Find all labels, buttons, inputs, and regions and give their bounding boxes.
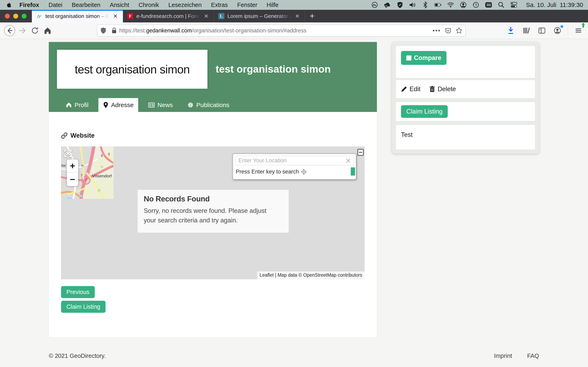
window-minimize-button[interactable] (13, 14, 18, 18)
browser-tab-2[interactable]: F e-fundresearch.com | Fondsana ✕ (123, 10, 214, 22)
compare-card: Compare (396, 46, 535, 78)
touchbar-icon[interactable] (485, 1, 492, 8)
menu-bearbeiten[interactable]: Bearbeiten (67, 2, 105, 8)
previous-button[interactable]: Previous (61, 286, 95, 298)
tab-close-icon[interactable]: ✕ (294, 13, 301, 20)
delete-trash-icon[interactable] (429, 86, 435, 92)
menu-datei[interactable]: Datei (44, 2, 67, 8)
webpage-viewport: test organisation simon test organisatio… (0, 39, 588, 367)
control-center-icon[interactable] (510, 1, 517, 8)
zoom-in-button[interactable]: + (67, 159, 78, 173)
leaflet-map[interactable]: be n Vösendorf 2 2 7 7 + − (61, 146, 365, 279)
menu-fenster[interactable]: Fenster (233, 2, 262, 8)
apple-logo-icon[interactable] (7, 2, 12, 8)
sidebar-claim-listing-button[interactable]: Claim Listing (401, 105, 448, 118)
spotlight-search-icon[interactable] (498, 1, 505, 8)
note-card: Test (396, 125, 535, 150)
search-panel-collapse-button[interactable] (357, 149, 364, 156)
volume-icon[interactable] (409, 1, 416, 8)
map-zoom-control: + − (67, 159, 78, 186)
clear-search-icon[interactable] (346, 158, 351, 163)
menu-ansicht[interactable]: Ansicht (105, 2, 134, 8)
no-records-title: No Records Found (144, 195, 283, 203)
menu-chronik[interactable]: Chronik (134, 2, 164, 8)
bookmark-star-icon[interactable] (456, 27, 462, 34)
menubar-clock[interactable]: Sa. 10. Juli 11:39:30 (526, 1, 583, 8)
browser-tab-3[interactable]: L Lorem ipsum – Generator und In ✕ (214, 10, 305, 22)
map-fullscreen-button[interactable] (63, 149, 72, 158)
window-close-button[interactable] (5, 14, 10, 18)
home-button[interactable] (41, 24, 54, 37)
tab-close-icon[interactable]: ✕ (112, 13, 119, 20)
no-records-box: No Records Found Sorry, no records were … (138, 190, 289, 233)
claim-card: Claim Listing (396, 102, 535, 121)
no-records-body: Sorry, no records were found. Please adj… (144, 206, 278, 225)
tab-profil[interactable]: Profil (61, 98, 93, 112)
tab-publications[interactable]: Publications (183, 98, 234, 112)
bluetooth-icon[interactable] (422, 1, 429, 8)
update-available-badge (581, 22, 586, 28)
menu-hamburger-button[interactable] (572, 24, 585, 37)
cloud-sync-icon[interactable] (384, 1, 391, 8)
actions-card: Edit Delete (396, 80, 535, 98)
map-attribution: Leaflet | Map data © OpenStreetMap contr… (257, 271, 365, 279)
search-panel-green-handle[interactable] (351, 167, 355, 175)
tab-adresse[interactable]: Adresse (98, 98, 138, 112)
url-text[interactable]: https://test.gedankenwall.com/organisati… (119, 27, 430, 34)
window-zoom-button[interactable] (22, 14, 26, 18)
footer-link-imprint[interactable]: Imprint (494, 352, 512, 359)
leaflet-link[interactable]: Leaflet (260, 272, 274, 278)
map-search-panel: Press Enter key to search (233, 154, 356, 180)
edit-link[interactable]: Edit (410, 85, 420, 93)
svg-text:7: 7 (81, 174, 82, 177)
zoom-out-button[interactable]: − (67, 173, 78, 186)
link-icon (61, 132, 68, 139)
vpn-mountain-icon[interactable] (371, 1, 378, 8)
library-button[interactable] (520, 24, 533, 37)
reload-button[interactable] (29, 24, 41, 37)
listing-logo: test organisation simon (57, 50, 208, 89)
lock-icon[interactable] (112, 27, 117, 34)
footer-links: Imprint FAQ (494, 352, 539, 359)
tab-news[interactable]: News (144, 98, 177, 112)
account-button[interactable] (551, 24, 564, 37)
compare-button[interactable]: Compare (401, 51, 447, 65)
back-button[interactable] (3, 24, 16, 37)
crosshair-locate-icon[interactable] (301, 169, 307, 175)
page-actions-dots-icon[interactable]: ••• (432, 27, 441, 34)
edit-pencil-icon[interactable] (401, 86, 407, 92)
address-section: Website (49, 112, 377, 337)
tab-close-icon[interactable]: ✕ (203, 13, 210, 20)
time-machine-icon[interactable] (472, 1, 479, 8)
user-account-icon[interactable] (460, 1, 467, 8)
listing-title: test organisation simon (216, 63, 331, 75)
tab-label: Publications (196, 101, 229, 108)
website-heading: Website (61, 132, 95, 139)
browser-tab-active[interactable]: test organisation simon – ESG.g ✕ (32, 10, 123, 22)
shield-check-icon[interactable] (397, 1, 403, 8)
url-bar[interactable]: https://test.gedankenwall.com/organisati… (97, 25, 466, 36)
location-search-input[interactable] (235, 156, 354, 165)
forward-button[interactable] (16, 24, 29, 37)
note-text: Test (401, 131, 413, 138)
pocket-icon[interactable] (445, 27, 451, 34)
battery-icon[interactable] (434, 1, 441, 8)
menu-hilfe[interactable]: Hilfe (262, 2, 283, 8)
menu-lesezeichen[interactable]: Lesezeichen (164, 2, 207, 8)
newspaper-icon (148, 102, 155, 108)
listing-sidebar: Compare Edit Delete Claim Listing Test (392, 42, 539, 154)
sidebar-toggle-button[interactable] (536, 24, 548, 37)
footer-link-faq[interactable]: FAQ (527, 352, 539, 359)
delete-link[interactable]: Delete (438, 85, 456, 93)
listing-header: test organisation simon test organisatio… (49, 42, 377, 112)
tab-label: Adresse (111, 101, 134, 108)
wifi-icon[interactable] (447, 1, 454, 8)
menu-firefox[interactable]: Firefox (15, 2, 44, 8)
downloads-button[interactable] (504, 24, 517, 37)
claim-listing-button[interactable]: Claim Listing (61, 301, 105, 313)
svg-text:be: be (61, 163, 66, 167)
tracking-protection-shield-icon[interactable] (100, 27, 106, 34)
new-tab-button[interactable]: + (305, 10, 319, 22)
svg-text:n: n (81, 163, 84, 167)
menu-extras[interactable]: Extras (207, 2, 233, 8)
